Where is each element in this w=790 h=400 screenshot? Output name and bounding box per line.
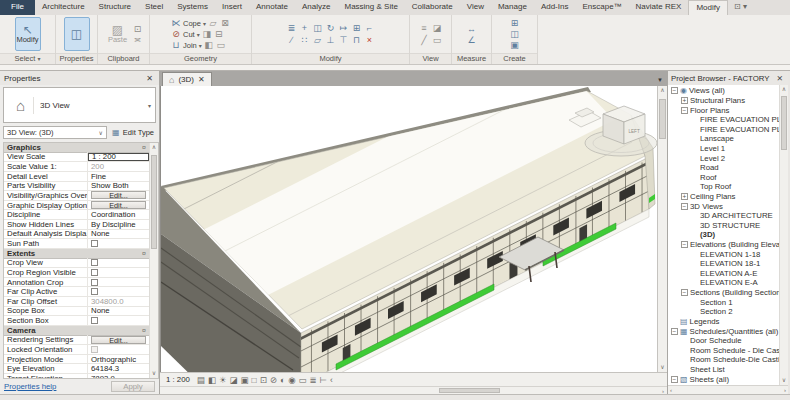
temporary-view-icon[interactable]: ▭ xyxy=(299,374,307,386)
ribbon-tab-manage[interactable]: Manage xyxy=(491,0,534,15)
tree-item-elevation-a-e[interactable]: ELEVATION A-E xyxy=(668,269,779,279)
browser-horizontal-scrollbar[interactable]: ‹ › xyxy=(668,385,788,394)
tree-item-3d-architecture[interactable]: 3D ARCHITECTURE xyxy=(668,211,779,221)
panel-label-select[interactable]: Select ▾ xyxy=(0,53,55,64)
property-value[interactable]: 7893.9 xyxy=(88,374,149,378)
cutaway-icon[interactable]: ◪ xyxy=(432,23,442,33)
measure-icon[interactable]: ↔ xyxy=(467,24,477,34)
tree-item-3d-views[interactable]: −3D Views xyxy=(668,201,779,211)
checkbox[interactable] xyxy=(91,240,98,247)
3d-view-canvas[interactable]: LEFT xyxy=(160,86,657,372)
canvas-vertical-scrollbar[interactable]: ∧ ∨ xyxy=(657,86,667,372)
geo-c-icon[interactable]: ◨ xyxy=(202,29,212,39)
reveal-hidden-icon[interactable]: ◉ xyxy=(288,374,295,386)
mirror-icon[interactable]: ◫ xyxy=(313,23,323,33)
ribbon-tab-architecture[interactable]: Architecture xyxy=(35,0,92,15)
section-header-extents[interactable]: Extents¤ xyxy=(4,249,149,259)
close-icon[interactable]: ✕ xyxy=(774,74,785,83)
property-value[interactable]: 200 xyxy=(88,162,149,171)
tree-item-fire-evacuation-plan-le[interactable]: FIRE EVACUATION PLAN - LE xyxy=(668,115,779,125)
ribbon-tab-insert[interactable]: Insert xyxy=(215,0,249,15)
cope-tool[interactable]: ⋉Cope▾▱⊠ xyxy=(171,18,230,28)
property-value[interactable]: 1 : 200 xyxy=(88,153,149,162)
scroll-down-icon[interactable]: ∨ xyxy=(658,363,667,372)
tree-item-elevations-building-elevation[interactable]: −Elevations (Building Elevation) xyxy=(668,240,779,250)
sun-path-icon[interactable]: ☀ xyxy=(219,374,227,386)
checkbox[interactable] xyxy=(91,317,98,324)
scrollbar-thumb[interactable] xyxy=(439,388,500,393)
tree-item-legends[interactable]: ▤Legends xyxy=(668,317,779,327)
tree-item-3d-structure[interactable]: 3D STRUCTURE xyxy=(668,221,779,231)
delete-icon[interactable]: × xyxy=(365,35,375,45)
canvas-horizontal-scrollbar[interactable]: › xyxy=(160,386,667,394)
tab-list-icon[interactable]: ▼ xyxy=(657,77,667,86)
scroll-left-icon[interactable]: ‹ xyxy=(670,387,672,393)
property-value[interactable]: By Discipline xyxy=(88,220,149,229)
property-value[interactable]: Orthographic xyxy=(88,355,149,364)
tree-item-schedules-quantities-all[interactable]: −▦Schedules/Quantities (all) xyxy=(668,326,779,336)
checkbox[interactable] xyxy=(91,288,98,295)
scroll-right-icon[interactable]: › xyxy=(784,387,786,393)
property-value[interactable]: Coordination xyxy=(88,210,149,219)
align-icon[interactable]: ≣ xyxy=(287,23,297,33)
scroll-down-icon[interactable]: ∨ xyxy=(780,376,788,385)
properties-header[interactable]: Properties ✕ xyxy=(0,71,159,85)
ribbon-tab-file[interactable]: File xyxy=(0,0,35,15)
ribbon-tab-modify[interactable]: Modify xyxy=(688,0,728,15)
scroll-down-icon[interactable]: ∨ xyxy=(150,369,158,378)
minus-expander-icon[interactable]: − xyxy=(681,107,688,114)
rotate-icon[interactable]: ↻ xyxy=(326,23,336,33)
scale-icon[interactable]: ▱ xyxy=(313,35,323,45)
tree-item-elevation-1-18[interactable]: ELEVATION 1-18 xyxy=(668,249,779,259)
edit-button[interactable]: Edit... xyxy=(91,191,146,199)
section-header-graphics[interactable]: Graphics¤ xyxy=(4,143,149,153)
close-icon[interactable]: ✕ xyxy=(144,74,155,83)
ribbon-tab-naviate-rex[interactable]: Naviate REX xyxy=(629,0,689,15)
geo-f-icon[interactable]: ▭ xyxy=(216,40,226,50)
scroll-up-icon[interactable]: ∧ xyxy=(658,86,667,95)
type-selector[interactable]: ⌂ 3D View ▾ xyxy=(3,87,156,123)
tree-item-3d[interactable]: (3D) xyxy=(668,230,779,240)
paste-button[interactable]: ▨ Paste xyxy=(105,17,131,51)
displaced-elements-icon[interactable]: ≣ xyxy=(310,374,317,386)
copy-small-icon[interactable]: ⊡ xyxy=(133,24,143,34)
tree-item-elevation-18-1[interactable]: ELEVATION 18-1 xyxy=(668,259,779,269)
view-scale-control[interactable]: 1 : 200 xyxy=(166,375,190,384)
shadows-icon[interactable]: ◪ xyxy=(230,374,238,386)
hidden-lines-icon[interactable]: ≡ xyxy=(419,23,429,33)
create-assembly-icon[interactable]: ▣ xyxy=(510,40,520,50)
tree-item-level-1[interactable]: Level 1 xyxy=(668,144,779,154)
minus-expander-icon[interactable]: − xyxy=(671,376,678,383)
minus-expander-icon[interactable]: − xyxy=(681,289,688,296)
minus-expander-icon[interactable]: − xyxy=(681,241,688,248)
ribbon-tab-steel[interactable]: Steel xyxy=(138,0,170,15)
tree-item-sheet-list[interactable]: Sheet List xyxy=(668,365,779,375)
properties-help-link[interactable]: Properties help xyxy=(4,382,56,391)
geo-e-icon[interactable]: ⊟ xyxy=(214,29,224,39)
plus-expander-icon[interactable]: + xyxy=(681,97,688,104)
tree-item-lanscape[interactable]: Lanscape xyxy=(668,134,779,144)
unpin-icon[interactable]: ⊤ xyxy=(339,35,349,45)
view-tab-3d[interactable]: ⌂ (3D) ✕ xyxy=(162,72,212,86)
pin-icon[interactable]: ⊥ xyxy=(326,35,336,45)
hide-isolate-icon[interactable]: ◐ xyxy=(280,374,285,386)
checkbox[interactable] xyxy=(91,269,98,276)
tree-item-level-2[interactable]: Level 2 xyxy=(668,153,779,163)
ribbon-tab-collaborate[interactable]: Collaborate xyxy=(405,0,460,15)
crop-view-icon[interactable]: □ xyxy=(252,374,257,386)
sketch-icon[interactable]: ╱ xyxy=(419,35,429,45)
array-icon[interactable]: ∷ xyxy=(300,35,310,45)
crop-region-icon[interactable]: ⊡ xyxy=(260,374,267,386)
constraints-icon[interactable]: ⊢ xyxy=(320,374,327,386)
offset-icon[interactable]: ↦ xyxy=(339,23,349,33)
checkbox[interactable] xyxy=(91,279,98,286)
tree-item-section-2[interactable]: Section 2 xyxy=(668,307,779,317)
copy-icon[interactable]: ⊞ xyxy=(352,23,362,33)
apply-button[interactable]: Apply xyxy=(111,381,155,392)
tree-item-room-schedule-die-casting-le[interactable]: Room Schedule - Die Casting Le xyxy=(668,345,779,355)
geo-b-icon[interactable]: ⊠ xyxy=(220,18,230,28)
visual-style-icon[interactable]: ◧ xyxy=(208,374,216,386)
section-header-camera[interactable]: Camera¤ xyxy=(4,326,149,336)
close-icon[interactable]: ✕ xyxy=(198,75,205,84)
ribbon-tab-add-ins[interactable]: Add-Ins xyxy=(534,0,576,15)
